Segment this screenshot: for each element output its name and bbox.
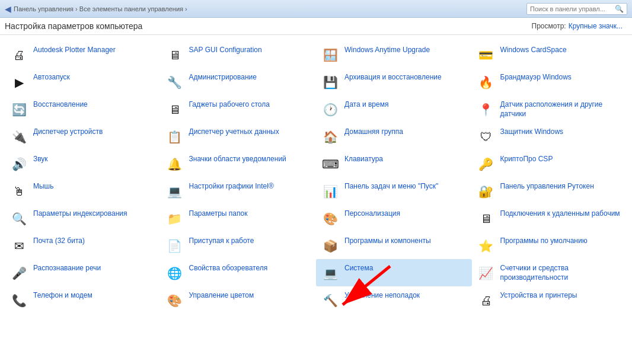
item-taskbar[interactable]: 📊 Панель задач и меню "Пуск" [316,177,472,205]
label-speech: Распознавание речи [33,263,101,273]
item-troubleshoot[interactable]: 🔨 Устранение неполадок [316,286,472,314]
item-mail[interactable]: ✉ Почта (32 бита) [5,232,161,259]
icon-intel: 💻 [165,182,184,201]
label-personalize: Персонализация [344,208,400,219]
label-autoplay: Автозапуск [33,72,70,82]
items-grid: 🖨 Autodesk Plotter Manager 🖥 SAP GUI Con… [5,41,627,314]
item-defender[interactable]: 🛡 Защитник Windows [472,123,628,150]
item-windows-anytime[interactable]: 🪟 Windows Anytime Upgrade [316,41,472,68]
view-value[interactable]: Крупные значк... [569,22,623,30]
item-devmanager[interactable]: 🔌 Диспетчер устройств [5,123,161,150]
icon-getstarted: 📄 [165,237,184,256]
search-input[interactable] [530,5,615,12]
item-restore[interactable]: 🔄 Восстановление [5,95,161,123]
icon-gadgets: 🖥 [165,100,184,119]
icon-browser: 🌐 [165,264,184,283]
search-box[interactable]: 🔍 [526,3,627,15]
label-keyboard: Клавиатура [344,154,383,164]
label-admin: Администрирование [189,72,257,82]
item-devices[interactable]: 🖨 Устройства и принтеры [472,286,628,314]
item-colormanage[interactable]: 🎨 Управление цветом [161,286,317,314]
content-wrapper: 🖨 Autodesk Plotter Manager 🖥 SAP GUI Con… [5,41,627,314]
item-autoplay[interactable]: ▶ Автозапуск [5,68,161,95]
label-remote: Подключения к удаленным рабочим [500,208,620,219]
item-homegroup[interactable]: 🏠 Домашняя группа [316,123,472,150]
icon-rutoken: 🔐 [477,182,496,201]
item-backup[interactable]: 💾 Архивация и восстановление [316,68,472,95]
label-mouse: Мышь [33,181,54,191]
item-location[interactable]: 📍 Датчик расположения и другие датчики [472,95,628,123]
label-browser: Свойства обозревателя [189,263,268,273]
label-devmanager: Диспетчер устройств [33,126,103,137]
item-counters[interactable]: 📈 Счетчики и средства производительности [472,259,628,286]
label-intel: Настройки графики Intel® [189,181,274,191]
item-datetime[interactable]: 🕐 Дата и время [316,95,472,123]
view-label: Просмотр: [532,22,566,30]
label-getstarted: Приступая к работе [189,235,254,246]
icon-folders: 📁 [165,209,184,228]
label-restore: Восстановление [33,99,88,110]
icon-sap: 🖥 [165,46,184,65]
back-icon[interactable]: ◀ [5,4,11,14]
item-sound[interactable]: 🔊 Звук [5,150,161,177]
label-autodesk: Autodesk Plotter Manager [33,44,116,55]
icon-personalize: 🎨 [321,209,340,228]
item-gadgets[interactable]: 🖥 Гаджеты рабочего стола [161,95,317,123]
icon-taskbar: 📊 [321,182,340,201]
icon-devmanager: 🔌 [9,127,28,146]
label-cardspace: Windows CardSpace [500,44,567,55]
item-accounts[interactable]: 📋 Диспетчер учетных данных [161,123,317,150]
breadcrumb: ◀ Панель управления › Все элементы панел… [5,4,187,14]
item-cardspace[interactable]: 💳 Windows CardSpace [472,41,628,68]
label-sistema: Система [344,263,373,273]
label-accounts: Диспетчер учетных данных [189,126,279,137]
item-personalize[interactable]: 🎨 Персонализация [316,205,472,232]
item-speech[interactable]: 🎤 Распознавание речи [5,259,161,286]
main-content: 🖨 Autodesk Plotter Manager 🖥 SAP GUI Con… [0,35,632,361]
label-rutoken: Панель управления Рутокен [500,181,594,191]
item-notify[interactable]: 🔔 Значки области уведомлений [161,150,317,177]
item-autodesk[interactable]: 🖨 Autodesk Plotter Manager [5,41,161,68]
label-location: Датчик расположения и другие датчики [500,99,623,119]
label-troubleshoot: Устранение неполадок [344,290,420,301]
item-default[interactable]: ⭐ Программы по умолчанию [472,232,628,259]
item-keyboard[interactable]: ⌨ Клавиатура [316,150,472,177]
icon-mouse: 🖱 [9,182,28,201]
icon-counters: 📈 [477,264,496,283]
icon-datetime: 🕐 [321,100,340,119]
icon-remote: 🖥 [477,209,496,228]
item-sistema[interactable]: 💻 Система [316,259,472,286]
icon-indexing: 🔍 [9,209,28,228]
item-browser[interactable]: 🌐 Свойства обозревателя [161,259,317,286]
icon-phone: 📞 [9,291,28,310]
item-admin[interactable]: 🔧 Администрирование [161,68,317,95]
icon-firewall: 🔥 [477,73,496,92]
item-remote[interactable]: 🖥 Подключения к удаленным рабочим [472,205,628,232]
item-phone[interactable]: 📞 Телефон и модем [5,286,161,314]
label-firewall: Брандмауэр Windows [500,72,572,82]
icon-location: 📍 [477,100,496,119]
search-icon: 🔍 [615,5,624,13]
item-getstarted[interactable]: 📄 Приступая к работе [161,232,317,259]
item-folders[interactable]: 📁 Параметры папок [161,205,317,232]
item-mouse[interactable]: 🖱 Мышь [5,177,161,205]
item-sap[interactable]: 🖥 SAP GUI Configuration [161,41,317,68]
icon-admin: 🔧 [165,73,184,92]
icon-homegroup: 🏠 [321,127,340,146]
label-counters: Счетчики и средства производительности [500,263,623,282]
label-sound: Звук [33,154,48,164]
icon-sistema: 💻 [321,264,340,283]
item-cryptopro[interactable]: 🔑 КриптоПро CSP [472,150,628,177]
breadcrumb-text: Панель управления › Все элементы панели … [14,5,187,12]
item-programs[interactable]: 📦 Программы и компоненты [316,232,472,259]
item-intel[interactable]: 💻 Настройки графики Intel® [161,177,317,205]
label-colormanage: Управление цветом [189,290,254,301]
icon-speech: 🎤 [9,264,28,283]
item-rutoken[interactable]: 🔐 Панель управления Рутокен [472,177,628,205]
label-programs: Программы и компоненты [344,235,431,246]
label-default: Программы по умолчанию [500,235,588,246]
item-indexing[interactable]: 🔍 Параметры индексирования [5,205,161,232]
label-folders: Параметры папок [189,208,248,219]
item-firewall[interactable]: 🔥 Брандмауэр Windows [472,68,628,95]
icon-defender: 🛡 [477,127,496,146]
